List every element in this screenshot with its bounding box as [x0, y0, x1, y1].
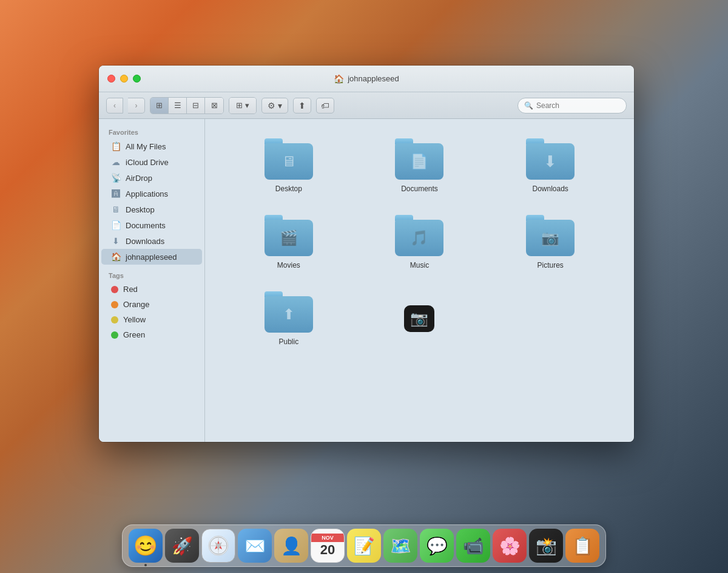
folder-label-public: Public	[278, 337, 298, 346]
dock-finder-dot	[144, 564, 147, 566]
applications-label: Applications	[126, 189, 168, 198]
toolbar: ‹ › ⊞ ☰ ⊟ ⊠ ⊞ ▾ ⚙ ▾ ⬆ 🏷 🔍	[99, 92, 634, 119]
sidebar-item-desktop[interactable]: 🖥 Desktop	[101, 202, 202, 217]
tags-header: Tags	[99, 270, 204, 282]
title-text: johnappleseed	[348, 74, 399, 83]
desktop-label: Desktop	[126, 205, 155, 214]
file-grid-container: 🖥 Desktop 📄 Documents	[205, 119, 634, 442]
nav-forward-button[interactable]: ›	[128, 98, 145, 114]
sidebar-item-downloads[interactable]: ⬇ Downloads	[101, 233, 202, 249]
screenshot-camera: 📷	[354, 286, 485, 351]
folder-label-movies: Movies	[277, 261, 300, 270]
johnappleseed-label: johnappleseed	[126, 253, 177, 262]
close-button[interactable]	[107, 75, 115, 83]
search-box: 🔍	[517, 98, 627, 114]
folder-icon-documents: 📄	[395, 138, 443, 180]
arrange-button[interactable]: ⊞ ▾	[229, 98, 256, 114]
green-tag-dot	[111, 331, 118, 339]
favorites-header: Favorites	[99, 126, 204, 138]
folder-desktop[interactable]: 🖥 Desktop	[223, 134, 354, 198]
orange-tag-label: Orange	[123, 300, 149, 309]
folder-label-music: Music	[410, 261, 429, 270]
sidebar-item-airdrop[interactable]: 📡 AirDrop	[101, 170, 202, 186]
folder-icon-pictures: 📷	[526, 215, 575, 256]
action-button[interactable]: ⚙ ▾	[261, 98, 288, 114]
yellow-tag-dot	[111, 316, 118, 324]
search-icon: 🔍	[524, 101, 533, 110]
window-title: 🏠 johnappleseed	[334, 74, 399, 84]
window-controls	[107, 75, 141, 83]
folder-icon-movies: 🎬	[265, 215, 313, 256]
dock: 😊 🚀 ✉️ 👤 NOV 20 📝 🗺️ 💬 📹 🌸 📸 📋	[122, 524, 606, 567]
all-my-files-icon: 📋	[111, 141, 121, 151]
title-bar: 🏠 johnappleseed	[99, 66, 634, 92]
airdrop-icon: 📡	[111, 173, 121, 183]
sidebar-tag-orange[interactable]: Orange	[101, 297, 202, 312]
dock-mail[interactable]: ✉️	[238, 529, 272, 563]
desktop-icon: 🖥	[111, 205, 121, 214]
sidebar-item-all-my-files[interactable]: 📋 All My Files	[101, 138, 202, 154]
dock-contacts[interactable]: 👤	[274, 529, 308, 563]
icloud-drive-label: iCloud Drive	[126, 158, 169, 167]
dock-launchpad[interactable]: 🚀	[165, 529, 199, 563]
view-mode-group: ⊞ ☰ ⊟ ⊠	[150, 97, 224, 114]
dock-pages[interactable]: 📋	[565, 529, 599, 563]
sidebar-tag-red[interactable]: Red	[101, 282, 202, 297]
applications-icon: 🅰	[111, 189, 121, 198]
search-input[interactable]	[536, 101, 620, 110]
finder-window: 🏠 johnappleseed ‹ › ⊞ ☰ ⊟ ⊠ ⊞ ▾ ⚙ ▾ ⬆ 🏷 …	[99, 66, 634, 442]
folder-movies[interactable]: 🎬 Movies	[223, 210, 354, 274]
yellow-tag-label: Yellow	[123, 315, 146, 324]
sidebar-item-applications[interactable]: 🅰 Applications	[101, 186, 202, 202]
content-area: Favorites 📋 All My Files ☁ iCloud Drive …	[99, 119, 634, 442]
dock-maps[interactable]: 🗺️	[383, 529, 417, 563]
documents-label: Documents	[126, 221, 166, 230]
dock-finder[interactable]: 😊	[129, 529, 163, 563]
coverflow-view-button[interactable]: ⊠	[205, 98, 223, 114]
minimize-button[interactable]	[120, 75, 128, 83]
column-view-button[interactable]: ⊟	[187, 98, 205, 114]
sidebar-item-icloud-drive[interactable]: ☁ iCloud Drive	[101, 154, 202, 170]
folder-icon-public: ⬆	[265, 291, 313, 333]
dock-photo-booth[interactable]: 📸	[529, 529, 563, 563]
dock-facetime[interactable]: 📹	[456, 529, 490, 563]
maximize-button[interactable]	[133, 75, 141, 83]
folder-label-downloads: Downloads	[532, 185, 568, 193]
folder-icon-music: 🎵	[395, 215, 443, 256]
sidebar-item-johnappleseed[interactable]: 🏠 johnappleseed	[101, 249, 202, 265]
icon-view-button[interactable]: ⊞	[150, 98, 169, 114]
dock-photo-stream[interactable]: 🌸	[493, 529, 527, 563]
folder-icon-desktop: 🖥	[265, 138, 313, 180]
tag-button[interactable]: 🏷	[316, 98, 334, 114]
folder-label-desktop: Desktop	[275, 185, 302, 193]
folder-icon-downloads: ⬇	[526, 138, 575, 180]
camera-icon: 📷	[404, 305, 434, 332]
folder-pictures[interactable]: 📷 Pictures	[485, 210, 616, 274]
sidebar: Favorites 📋 All My Files ☁ iCloud Drive …	[99, 119, 205, 442]
share-button[interactable]: ⬆	[293, 98, 311, 114]
green-tag-label: Green	[123, 330, 145, 339]
icloud-drive-icon: ☁	[111, 157, 121, 167]
dock-calendar[interactable]: NOV 20	[311, 529, 345, 563]
home-icon: 🏠	[334, 74, 344, 84]
folder-documents[interactable]: 📄 Documents	[354, 134, 485, 198]
list-view-button[interactable]: ☰	[169, 98, 187, 114]
sidebar-tag-yellow[interactable]: Yellow	[101, 312, 202, 327]
folder-label-documents: Documents	[401, 185, 438, 193]
dock-notes[interactable]: 📝	[347, 529, 381, 563]
orange-tag-dot	[111, 301, 118, 308]
sidebar-tag-green[interactable]: Green	[101, 327, 202, 342]
sidebar-item-documents[interactable]: 📄 Documents	[101, 217, 202, 233]
documents-icon: 📄	[111, 220, 121, 230]
nav-back-button[interactable]: ‹	[106, 98, 123, 114]
folder-public[interactable]: ⬆ Public	[223, 286, 354, 351]
downloads-label: Downloads	[126, 237, 164, 246]
folder-downloads[interactable]: ⬇ Downloads	[485, 134, 616, 198]
folder-label-pictures: Pictures	[537, 261, 563, 270]
downloads-icon: ⬇	[111, 236, 121, 246]
dock-safari[interactable]	[201, 529, 235, 563]
arrange-group: ⊞ ▾	[229, 97, 257, 114]
folder-music[interactable]: 🎵 Music	[354, 210, 485, 274]
airdrop-label: AirDrop	[126, 174, 152, 183]
dock-messages[interactable]: 💬	[420, 529, 454, 563]
